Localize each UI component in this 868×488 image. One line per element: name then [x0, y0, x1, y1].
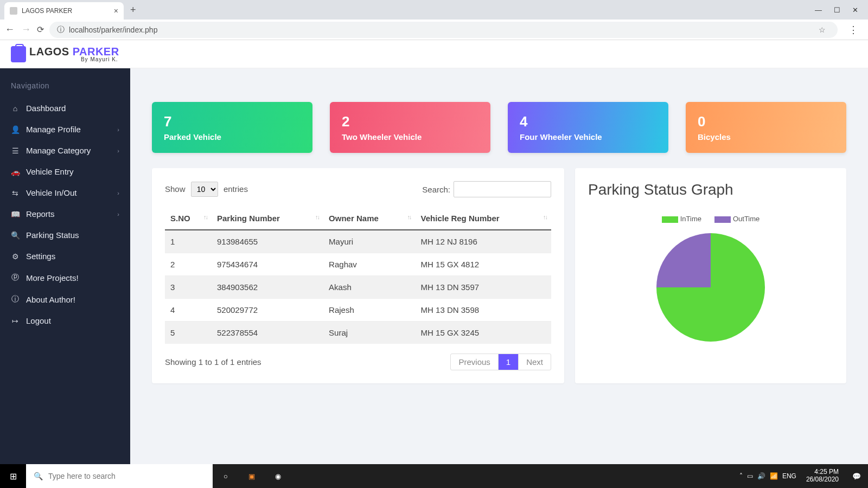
sort-icon: ↑↓	[407, 214, 411, 220]
legend-item: InTime	[662, 215, 701, 223]
sidebar-item-label: Vehicle In/Out	[26, 188, 76, 197]
sidebar-item-dashboard[interactable]: ⌂Dashboard	[0, 98, 130, 119]
taskbar-search[interactable]: 🔍 Type here to search	[26, 464, 213, 488]
sidebar-item-logout[interactable]: ↦Logout	[0, 310, 130, 331]
sidebar-icon: 🔍	[11, 231, 20, 240]
sidebar-item-vehicle-in-out[interactable]: ⇆Vehicle In/Out›	[0, 182, 130, 203]
prev-button[interactable]: Previous	[451, 354, 497, 370]
table-cell: 913984655	[212, 230, 323, 253]
window-controls: — ☐ ✕	[805, 6, 868, 14]
column-header[interactable]: Vehicle Reg Number↑↓	[416, 207, 551, 230]
sound-icon[interactable]: 🔊	[757, 472, 765, 480]
browser-menu-icon[interactable]: ⋮	[843, 24, 864, 36]
stat-card[interactable]: 7Parked Vehicle	[152, 102, 312, 153]
stat-card[interactable]: 0Bicycles	[686, 102, 846, 153]
logo[interactable]: LAGOS PARKER By Mayuri K.	[11, 46, 119, 62]
bookmark-icon[interactable]: ☆	[819, 25, 830, 34]
sort-icon: ↑↓	[203, 214, 207, 220]
sidebar-item-parking-status[interactable]: 🔍Parking Status	[0, 224, 130, 246]
taskbar-search-placeholder: Type here to search	[48, 472, 116, 480]
page-1-button[interactable]: 1	[498, 354, 518, 370]
sidebar-item-vehicle-entry[interactable]: 🚗Vehicle Entry	[0, 161, 130, 182]
battery-icon[interactable]: ▭	[747, 472, 753, 480]
sidebar-item-more-projects-[interactable]: ⓟMore Projects!	[0, 267, 130, 288]
sidebar-item-label: Dashboard	[26, 104, 66, 113]
table-cell: Raghav	[323, 253, 415, 276]
maximize-button[interactable]: ☐	[834, 6, 840, 14]
cortana-icon[interactable]: ○	[213, 464, 239, 488]
sidebar-item-manage-profile[interactable]: 👤Manage Profile›	[0, 119, 130, 140]
table-header-row: S.NO↑↓Parking Number↑↓Owner Name↑↓Vehicl…	[165, 207, 551, 230]
url-text: localhost/parker/index.php	[69, 25, 157, 34]
chart-legend: InTimeOutTime	[662, 215, 760, 223]
close-tab-icon[interactable]: ×	[114, 7, 118, 15]
minimize-button[interactable]: —	[815, 6, 822, 14]
table-row[interactable]: 1913984655MayuriMH 12 NJ 8196	[165, 230, 551, 253]
browser-tab[interactable]: LAGOS PARKER ×	[4, 2, 124, 20]
sidebar-item-about-author-[interactable]: ⓘAbout Author!	[0, 288, 130, 310]
table-cell: 1	[165, 230, 212, 253]
column-header[interactable]: Owner Name↑↓	[323, 207, 415, 230]
clock[interactable]: 4:25 PM 26/08/2020	[803, 468, 842, 484]
reload-button[interactable]: ⟳	[37, 24, 44, 35]
column-header[interactable]: Parking Number↑↓	[212, 207, 323, 230]
chrome-icon[interactable]: ◉	[265, 464, 291, 488]
table-cell: MH 12 NJ 8196	[416, 230, 551, 253]
entries-select[interactable]: 10	[191, 182, 218, 197]
stat-card[interactable]: 4Four Wheeler Vehicle	[508, 102, 668, 153]
data-table-panel: Show 10 entries Search: S.NO↑↓Parking Nu…	[152, 168, 564, 383]
table-cell: 522378554	[212, 322, 323, 344]
table-row[interactable]: 3384903562AkashMH 13 DN 3597	[165, 276, 551, 299]
sidebar-item-reports[interactable]: 📖Reports›	[0, 203, 130, 224]
taskbar: ⊞ 🔍 Type here to search ○ ▣ ◉ ˄ ▭ 🔊 📶 EN…	[0, 464, 868, 488]
table-cell: 3	[165, 276, 212, 299]
table-cell: Suraj	[323, 322, 415, 344]
sidebar-item-settings[interactable]: ⚙Settings	[0, 246, 130, 267]
sidebar-icon: ⚙	[11, 252, 20, 261]
search-input[interactable]	[454, 181, 551, 197]
sidebar-icon: ↦	[11, 317, 20, 325]
language-indicator[interactable]: ENG	[782, 472, 796, 480]
table-cell: Rajesh	[323, 299, 415, 322]
logo-subtitle: By Mayuri K.	[81, 57, 119, 62]
chevron-right-icon: ›	[117, 126, 119, 133]
sidebar-icon: 🚗	[11, 168, 20, 176]
date-text: 26/08/2020	[806, 476, 839, 484]
new-tab-button[interactable]: +	[126, 4, 141, 16]
forward-button[interactable]: →	[21, 24, 31, 35]
site-info-icon[interactable]: ⓘ	[57, 25, 65, 35]
table-row[interactable]: 5522378554SurajMH 15 GX 3245	[165, 322, 551, 344]
sidebar-item-manage-category[interactable]: ☰Manage Category›	[0, 140, 130, 161]
address-bar-row: ← → ⟳ ⓘ localhost/parker/index.php ☆ ⋮	[0, 20, 868, 40]
stat-cards-row: 7Parked Vehicle2Two Wheeler Vehicle4Four…	[152, 102, 846, 153]
stat-card[interactable]: 2Two Wheeler Vehicle	[330, 102, 490, 153]
address-bar[interactable]: ⓘ localhost/parker/index.php ☆	[49, 22, 838, 38]
table-cell: 975434674	[212, 253, 323, 276]
favicon	[10, 7, 17, 15]
start-button[interactable]: ⊞	[0, 464, 26, 488]
wifi-icon[interactable]: 📶	[770, 472, 778, 480]
stat-label: Two Wheeler Vehicle	[342, 132, 478, 142]
next-button[interactable]: Next	[518, 354, 551, 370]
stat-value: 7	[164, 113, 301, 130]
table-cell: 4	[165, 299, 212, 322]
notifications-icon[interactable]: 💬	[848, 472, 865, 480]
system-tray: ˄ ▭ 🔊 📶 ENG 4:25 PM 26/08/2020 💬	[736, 468, 868, 484]
table-cell: 384903562	[212, 276, 323, 299]
back-button[interactable]: ←	[4, 24, 15, 35]
sidebar-item-label: More Projects!	[26, 273, 79, 282]
app-body: Navigation ⌂Dashboard👤Manage Profile›☰Ma…	[0, 68, 868, 464]
table-row[interactable]: 4520029772RajeshMH 13 DN 3598	[165, 299, 551, 322]
chevron-right-icon: ›	[117, 211, 119, 217]
table-footer: Showing 1 to 1 of 1 entries Previous 1 N…	[165, 354, 551, 370]
table-row[interactable]: 2975434674RaghavMH 15 GX 4812	[165, 253, 551, 276]
close-window-button[interactable]: ✕	[852, 6, 858, 14]
table-cell: MH 13 DN 3598	[416, 299, 551, 322]
legend-swatch	[662, 216, 678, 223]
content-row: Show 10 entries Search: S.NO↑↓Parking Nu…	[152, 168, 846, 383]
tray-chevron-icon[interactable]: ˄	[739, 472, 743, 480]
search-icon: 🔍	[34, 472, 43, 480]
xampp-icon[interactable]: ▣	[239, 464, 265, 488]
sidebar-item-label: Logout	[26, 316, 51, 325]
column-header[interactable]: S.NO↑↓	[165, 207, 212, 230]
